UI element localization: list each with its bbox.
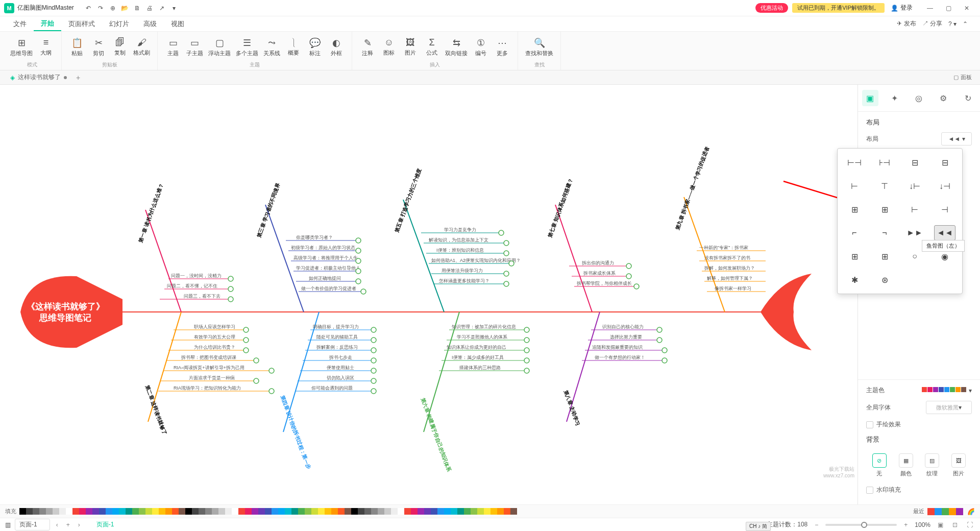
tab-file[interactable]: 文件 <box>6 17 34 31</box>
minimize-btn[interactable]: — <box>921 1 939 15</box>
mindmap-mode-btn[interactable]: ⊞思维导图 <box>8 34 35 60</box>
layout-opt-6[interactable]: ⊤ <box>874 178 895 194</box>
layout-opt-17[interactable]: ⊞ <box>844 249 865 264</box>
close-btn[interactable]: ✕ <box>958 1 976 15</box>
panel-tab-layout[interactable]: ▣ <box>862 90 878 106</box>
undo-btn[interactable]: ↶ <box>83 3 94 14</box>
help-btn[interactable]: ? ▾ <box>948 20 957 28</box>
callout-btn[interactable]: 💬标注 <box>305 34 325 60</box>
page-prev[interactable]: ‹ <box>54 521 60 528</box>
layout-opt-22[interactable]: ⊛ <box>874 272 895 287</box>
layout-opt-4[interactable]: ⊟ <box>934 155 955 170</box>
page-dropdown[interactable]: 页面-1 <box>15 519 50 530</box>
new-btn[interactable]: ⊕ <box>107 3 118 14</box>
layout-opt-fishright[interactable]: ►► <box>904 225 925 240</box>
layout-opt-2[interactable]: ⊦⊣ <box>874 155 895 170</box>
tab-home[interactable]: 开始 <box>34 17 61 31</box>
formatpainter-btn[interactable]: 🖌格式刷 <box>131 34 152 60</box>
findreplace-btn[interactable]: 🔍查找和替换 <box>523 34 555 60</box>
panel-tab-style[interactable]: ✦ <box>887 90 903 106</box>
trial-badge[interactable]: 试用已到期，开通VIP解锁限制。 <box>792 3 885 13</box>
fit-page[interactable]: ▣ <box>936 521 945 528</box>
canvas[interactable]: 《这样读书就够了》 思维导图笔记 第一章 读书为什么这么难？ 问题一，没时间，没… <box>0 85 857 504</box>
paste-btn[interactable]: 📋粘贴 <box>67 34 87 60</box>
layout-opt-8[interactable]: ↓⊣ <box>934 178 955 194</box>
fit-width[interactable]: ⊡ <box>950 521 960 528</box>
share-btn[interactable]: ↗ 分享 <box>922 19 942 28</box>
outline-mode-btn[interactable]: ≡大纲 <box>36 34 56 60</box>
layout-opt-9[interactable]: ⊞ <box>844 202 865 217</box>
page-tab[interactable]: 页面-1 <box>96 520 114 529</box>
redo-btn[interactable]: ↷ <box>95 3 106 14</box>
fill-palette[interactable] <box>19 508 517 515</box>
fullscreen[interactable]: ⛶ <box>965 521 975 528</box>
layout-opt-21[interactable]: ✱ <box>844 272 865 287</box>
zoom-in[interactable]: + <box>902 521 910 528</box>
topic-btn[interactable]: ▭主题 <box>163 34 183 60</box>
page-next[interactable]: › <box>76 521 82 528</box>
page-add[interactable]: + <box>64 521 72 528</box>
image-btn[interactable]: 🖼图片 <box>400 34 421 60</box>
panel-tab-history[interactable]: ↻ <box>960 90 976 106</box>
floattopic-btn[interactable]: ▢浮动主题 <box>206 34 233 60</box>
iconbtn[interactable]: ☺图标 <box>379 34 399 60</box>
layout-dropdown[interactable]: ◄◄ ▾ <box>941 132 972 146</box>
bg-color[interactable]: ▦颜色 <box>899 453 913 477</box>
qat-more[interactable]: ▾ <box>168 3 180 14</box>
bilink-btn[interactable]: ⇆双向链接 <box>443 34 470 60</box>
cut-btn[interactable]: ✂剪切 <box>88 34 109 60</box>
tab-advanced[interactable]: 高级 <box>136 17 164 31</box>
colorwheel-icon[interactable]: 🌈 <box>967 508 975 515</box>
layout-opt-fishleft[interactable]: ◄◄ <box>934 225 955 240</box>
themecolor-swatches[interactable]: ▾ <box>922 387 972 394</box>
layout-opt-10[interactable]: ⊞ <box>874 202 895 217</box>
multitopic-btn[interactable]: ☰多个主题 <box>234 34 260 60</box>
layout-opt-12[interactable]: ⊣ <box>934 202 955 217</box>
bg-texture[interactable]: ▨纹理 <box>925 453 939 477</box>
boundary-btn[interactable]: ◐外框 <box>326 34 347 60</box>
layout-opt-7[interactable]: ↓⊢ <box>904 178 925 194</box>
subtopic-btn[interactable]: ▭子主题 <box>184 34 205 60</box>
doc-tab[interactable]: ◈ 这样读书就够了 <box>4 71 73 83</box>
formula-btn[interactable]: Σ公式 <box>422 34 442 60</box>
zoom-out[interactable]: − <box>813 521 820 528</box>
layout-opt-11[interactable]: ⊢ <box>904 202 925 217</box>
panel-tab-settings[interactable]: ⚙ <box>935 90 951 106</box>
more-btn[interactable]: ⋯更多 <box>492 34 512 60</box>
globalfont-dropdown[interactable]: 微软雅黑 ▾ <box>926 401 972 414</box>
zoom-value[interactable]: 100% <box>915 521 930 528</box>
relation-btn[interactable]: ⤳关系线 <box>261 34 282 60</box>
zoom-slider[interactable] <box>825 524 897 526</box>
note-btn[interactable]: ✎注释 <box>357 34 378 60</box>
layout-opt-1[interactable]: ⊢⊣ <box>844 155 865 170</box>
export-btn[interactable]: ↗ <box>156 3 167 14</box>
bg-image[interactable]: 🖼图片 <box>951 453 966 477</box>
layout-opt-13[interactable]: ⌐ <box>844 225 865 240</box>
collapse-ribbon[interactable]: ⌃ <box>963 20 968 28</box>
watermark-checkbox[interactable]: 水印填充 <box>866 486 972 494</box>
tab-view[interactable]: 视图 <box>164 17 191 31</box>
bg-none[interactable]: ⊘无 <box>872 453 887 477</box>
layout-opt-3[interactable]: ⊟ <box>904 155 925 170</box>
recent-palette[interactable] <box>927 508 963 515</box>
tab-pagestyle[interactable]: 页面样式 <box>61 17 102 31</box>
numbering-btn[interactable]: ①编号 <box>471 34 491 60</box>
layout-opt-18[interactable]: ⊞ <box>874 249 895 264</box>
save-btn[interactable]: 🗎 <box>132 3 143 14</box>
promo-badge[interactable]: 优惠活动 <box>755 3 788 13</box>
summary-btn[interactable]: ⎱概要 <box>283 34 304 60</box>
add-page-btn[interactable]: + <box>73 73 83 83</box>
panel-tab-marker[interactable]: ◎ <box>911 90 927 106</box>
layout-opt-14[interactable]: ¬ <box>874 225 895 240</box>
open-btn[interactable]: 📂 <box>119 3 131 14</box>
layout-opt-5[interactable]: ⊢ <box>844 178 865 194</box>
maximize-btn[interactable]: ▢ <box>939 1 958 15</box>
panel-toggle[interactable]: ▢面板 <box>953 74 976 81</box>
handdrawn-checkbox[interactable]: 手绘效果 <box>866 420 972 429</box>
pages-icon[interactable]: ▥ <box>5 521 11 528</box>
login-button[interactable]: 👤登录 <box>891 4 913 12</box>
publish-btn[interactable]: ✈ 发布 <box>897 19 916 28</box>
print-btn[interactable]: 🖨 <box>144 3 155 14</box>
copy-btn[interactable]: 🗐复制 <box>110 34 130 60</box>
tab-slide[interactable]: 幻灯片 <box>102 17 136 31</box>
